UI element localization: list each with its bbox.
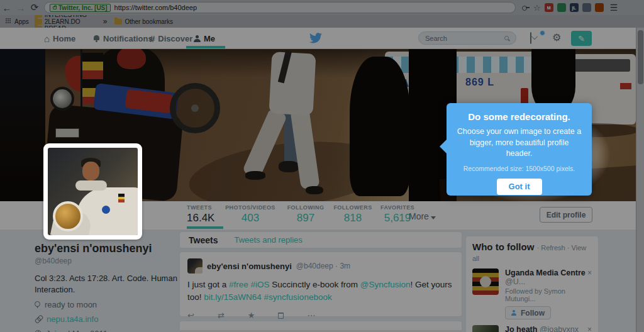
- popup-arrow-left: [440, 140, 447, 153]
- redecorate-popup: Do some redecorating. Choose your own im…: [447, 103, 592, 196]
- popup-title: Do some redecorating.: [457, 111, 582, 122]
- astronaut-collar: [75, 180, 107, 191]
- nasa-patch: [102, 206, 110, 214]
- got-it-button[interactable]: Got it: [497, 179, 542, 195]
- flag-patch: [118, 194, 125, 202]
- popup-body: Choose your own image to create a bigger…: [457, 126, 582, 160]
- popup-hint: Recommended size: 1500x500 pixels.: [457, 165, 582, 172]
- astronaut-face: [82, 162, 99, 180]
- profile-avatar[interactable]: [43, 143, 142, 240]
- screen: ← → ⟳ Twitter, Inc. [US] https://twitter…: [0, 0, 644, 332]
- astronaut-helmet: [53, 201, 83, 231]
- avatar-astronaut-image: [48, 148, 138, 235]
